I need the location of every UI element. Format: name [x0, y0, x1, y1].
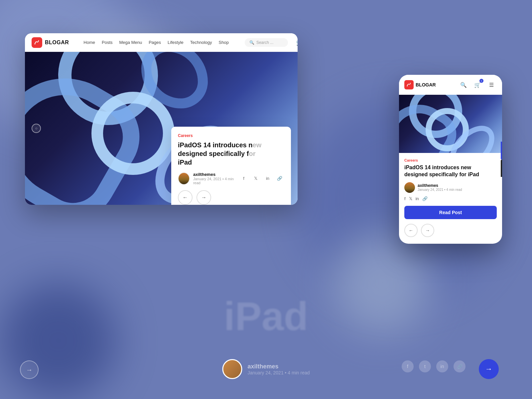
post-author-row: axilthemes January 24, 2021 • 4 min read…: [178, 172, 284, 185]
mobile-prev-arrow[interactable]: ←: [404, 224, 418, 237]
mobile-nav-icons: 🔍 🛒 0 ☰: [458, 79, 497, 90]
author-avatar: [178, 172, 190, 185]
mobile-logo-text: BLOGAR: [416, 82, 436, 87]
facebook-icon[interactable]: f: [239, 174, 248, 183]
nav-pages[interactable]: Pages: [149, 40, 161, 45]
desktop-cart[interactable]: 🛒 0: [296, 37, 298, 48]
link-icon[interactable]: 🔗: [275, 174, 284, 183]
bg-shape-5: [332, 233, 432, 332]
mobile-menu-icon[interactable]: ☰: [486, 79, 497, 90]
desktop-hero: ○ Careers iPadOS 14 introduces newdesign…: [25, 52, 298, 205]
bg-shape-4: [0, 283, 116, 399]
mobile-next-arrow[interactable]: →: [421, 224, 434, 237]
mobile-author-row: axilthemes January 24, 2021 • 4 min read: [404, 182, 497, 193]
hero-nav-dot[interactable]: ○: [32, 124, 41, 133]
author-name: axilthemes: [193, 172, 239, 177]
mobile-linkedin-icon[interactable]: in: [416, 196, 419, 201]
read-post-button[interactable]: Read Post: [404, 206, 497, 219]
post-social-icons: f 𝕏 in 🔗: [239, 174, 284, 183]
mobile-link-icon[interactable]: 🔗: [422, 196, 428, 201]
mobile-nav-arrows: ← →: [404, 224, 497, 238]
cart-icon: 🛒: [296, 39, 298, 46]
bg-linkedin-icon: in: [436, 360, 448, 372]
mobile-logo-icon: [404, 80, 414, 89]
bg-author-info: axilthemes January 24, 2021 • 4 min read: [247, 363, 310, 375]
background-text: iPad: [224, 293, 308, 339]
twitter-icon[interactable]: 𝕏: [251, 174, 260, 183]
mobile-post-category: Careers: [404, 158, 497, 162]
bg-author-name: axilthemes: [247, 363, 310, 370]
bg-author-date: January 24, 2021 • 4 min read: [247, 370, 310, 375]
desktop-search-bar[interactable]: 🔍 Search ...: [245, 38, 288, 47]
nav-mega-menu[interactable]: Mega Menu: [119, 40, 142, 45]
mobile-author-meta: January 24, 2021 • 4 min read: [418, 188, 462, 192]
mobile-post-content: Careers iPadOS 14 introduces newdesigned…: [399, 153, 502, 244]
mobile-author-name: axilthemes: [418, 183, 462, 188]
desktop-logo-text: BLOGAR: [45, 40, 69, 46]
mobile-hero: [399, 95, 502, 153]
mobile-hero-bg: [399, 95, 502, 153]
theme-dark-button[interactable]: DARK: [501, 160, 502, 177]
mobile-twitter-icon[interactable]: 𝕏: [409, 196, 412, 201]
theme-light-button[interactable]: LIGHT: [501, 142, 502, 160]
background-bottom-content: axilthemes January 24, 2021 • 4 min read: [222, 359, 310, 379]
mobile-mockup: BLOGAR 🔍 🛒 0 ☰ Careers iPadOS 14 introdu…: [399, 75, 502, 244]
nav-technology[interactable]: Technology: [190, 40, 212, 45]
mobile-cart-badge: 0: [479, 79, 483, 83]
author-meta: January 24, 2021 • 4 min read: [193, 177, 239, 185]
post-title: iPadOS 14 introduces newdesigned specifi…: [178, 141, 284, 167]
mobile-logo[interactable]: BLOGAR: [404, 80, 436, 89]
mobile-facebook-icon[interactable]: f: [404, 196, 406, 201]
mobile-navbar: BLOGAR 🔍 🛒 0 ☰: [399, 75, 502, 95]
bg-facebook-icon: f: [402, 360, 414, 372]
desktop-mockup: BLOGAR Home Posts Mega Menu Pages Lifest…: [25, 33, 298, 205]
linkedin-icon[interactable]: in: [263, 174, 272, 183]
author-details: axilthemes January 24, 2021 • 4 min read: [193, 172, 239, 185]
desktop-nav-arrows: ← →: [178, 190, 284, 205]
prev-arrow-button[interactable]: ←: [178, 190, 193, 205]
background-social-icons: f t in 🔗: [402, 360, 466, 372]
mobile-search-icon[interactable]: 🔍: [458, 79, 469, 90]
svg-point-1: [407, 85, 408, 86]
mobile-author-details: axilthemes January 24, 2021 • 4 min read: [418, 183, 462, 192]
bg-next-arrow[interactable]: →: [479, 359, 499, 379]
next-arrow-button[interactable]: →: [197, 190, 211, 205]
bg-link-icon: 🔗: [454, 360, 466, 372]
mobile-cart-icon[interactable]: 🛒 0: [472, 79, 483, 90]
nav-home[interactable]: Home: [83, 40, 95, 45]
post-category: Careers: [178, 133, 284, 138]
mobile-social-row: f 𝕏 in 🔗: [404, 196, 497, 201]
desktop-logo-icon: [32, 37, 42, 48]
desktop-logo[interactable]: BLOGAR: [32, 37, 69, 48]
search-placeholder: Search ...: [256, 40, 273, 45]
desktop-nav-links: Home Posts Mega Menu Pages Lifestyle Tec…: [83, 40, 229, 45]
desktop-navbar: BLOGAR Home Posts Mega Menu Pages Lifest…: [25, 33, 298, 52]
theme-toggle: LIGHT DARK: [501, 142, 502, 177]
nav-lifestyle[interactable]: Lifestyle: [168, 40, 184, 45]
nav-posts[interactable]: Posts: [102, 40, 113, 45]
bg-author-avatar: [222, 359, 242, 379]
mobile-author-avatar: [404, 182, 415, 193]
bg-twitter-icon: t: [419, 360, 431, 372]
search-icon: 🔍: [249, 40, 254, 45]
nav-shop[interactable]: Shop: [219, 40, 229, 45]
bg-prev-arrow[interactable]: →: [20, 360, 39, 379]
post-author-left: axilthemes January 24, 2021 • 4 min read: [178, 172, 239, 185]
desktop-post-card: Careers iPadOS 14 introduces newdesigned…: [171, 127, 291, 205]
mobile-post-title: iPadOS 14 introduces newdesigned specifi…: [404, 164, 497, 178]
svg-point-0: [35, 43, 36, 44]
